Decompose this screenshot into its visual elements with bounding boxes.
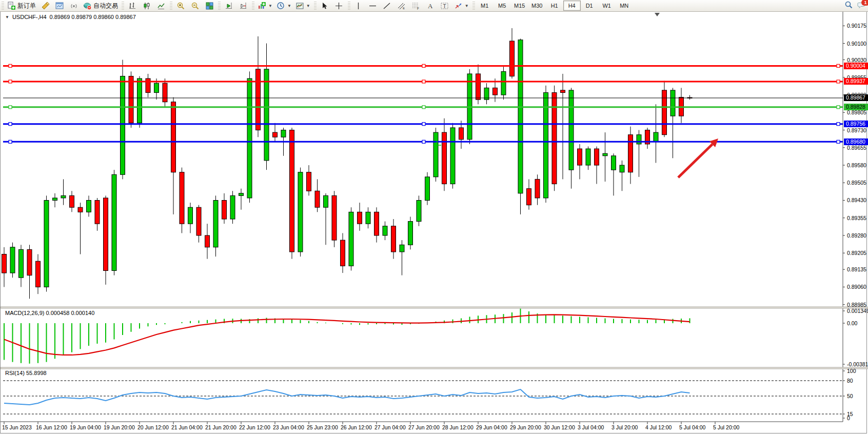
pane-separator[interactable] <box>1 307 867 308</box>
candle <box>213 200 218 247</box>
candle <box>450 128 455 184</box>
horizontal-line-button[interactable] <box>366 0 380 11</box>
signals-button[interactable] <box>67 0 81 11</box>
timeframe-m5[interactable]: M5 <box>494 1 511 11</box>
label-button[interactable]: T <box>438 0 452 11</box>
chart-shift-marker[interactable] <box>655 13 660 16</box>
line-handle[interactable] <box>422 106 425 109</box>
rsi-line <box>4 389 690 405</box>
chevron-down-icon[interactable]: ▼ <box>268 4 272 8</box>
candle <box>230 195 235 219</box>
candle <box>535 179 540 198</box>
timeframe-m1[interactable]: M1 <box>476 1 494 11</box>
candlestick-button[interactable] <box>140 0 154 11</box>
date-label: 27 Jun 04:00 <box>374 424 406 430</box>
price-tick: 0.89355 <box>847 215 866 221</box>
timeframe-m15[interactable]: M15 <box>511 1 528 11</box>
candle <box>654 132 658 142</box>
svg-text:T: T <box>443 3 446 9</box>
text-button[interactable]: A <box>423 0 438 11</box>
pane-separator[interactable] <box>1 367 867 369</box>
toolbar-group: 新订单自动交易 <box>0 0 120 11</box>
chart-ohlc-quotes: 0.89869 0.89879 0.89860 0.89867 <box>50 14 136 20</box>
line-handle[interactable] <box>9 123 12 126</box>
date-label: 21 Jun 04:00 <box>171 424 203 430</box>
timeframe-h1[interactable]: H1 <box>546 1 563 11</box>
text-icon: A <box>426 2 435 10</box>
autotrading-button[interactable]: 自动交易 <box>81 0 120 11</box>
cursor-button[interactable] <box>318 0 332 11</box>
date-label: 19 Jun 04:00 <box>70 424 101 430</box>
chevron-down-icon[interactable]: ▼ <box>306 4 310 8</box>
date-label: 5 Jul 04:00 <box>679 424 705 430</box>
chevron-down-icon[interactable]: ▼ <box>5 15 9 19</box>
open-charts-button[interactable] <box>52 0 67 11</box>
indicators-button[interactable]: ▼ <box>255 0 274 11</box>
fibonacci-button[interactable]: F <box>409 0 423 11</box>
candle <box>493 88 498 95</box>
line-chart-button[interactable] <box>154 0 168 11</box>
line-handle[interactable] <box>422 123 425 126</box>
trend-arrow[interactable] <box>678 144 713 177</box>
vertical-line-button[interactable] <box>351 0 366 11</box>
arrows-button[interactable]: ▼ <box>452 0 471 11</box>
search-button[interactable] <box>844 1 853 11</box>
price-tick: 0.89580 <box>847 162 866 168</box>
rsi-tick: 0 <box>847 415 850 421</box>
candle <box>10 247 15 273</box>
templates-button[interactable]: ▼ <box>293 0 312 11</box>
line-handle[interactable] <box>837 140 840 143</box>
signals-icon <box>70 2 78 10</box>
line-handle[interactable] <box>9 106 12 109</box>
line-handle[interactable] <box>9 80 12 83</box>
line-handle[interactable] <box>9 140 12 143</box>
timeframe-d1[interactable]: D1 <box>581 1 598 11</box>
styler-icon <box>41 2 50 10</box>
price-badge: 0.89756 <box>844 121 868 127</box>
fibonacci-icon: F <box>411 2 420 10</box>
bar-chart-button[interactable] <box>125 0 140 11</box>
chevron-down-icon[interactable]: ▼ <box>465 4 469 8</box>
tile-windows-button[interactable] <box>202 0 216 11</box>
line-handle[interactable] <box>837 64 840 67</box>
styler-button[interactable] <box>38 0 52 11</box>
candle <box>561 90 565 93</box>
zoom-out-button[interactable] <box>188 0 202 11</box>
line-handle[interactable] <box>9 64 12 67</box>
zoom-in-button[interactable] <box>173 0 188 11</box>
line-handle[interactable] <box>837 123 840 126</box>
chart-canvas[interactable] <box>0 0 868 434</box>
chevron-down-icon[interactable]: ▼ <box>287 4 291 8</box>
timeframe-w1[interactable]: W1 <box>598 1 616 11</box>
equidistant-channel-button[interactable]: E <box>394 0 409 11</box>
timeframe-toolbar: M1M5M15M30H1H4D1W1MN <box>471 0 633 11</box>
candle <box>27 249 32 275</box>
candle <box>273 132 278 137</box>
line-handle[interactable] <box>422 64 425 67</box>
candle <box>19 249 24 278</box>
line-handle[interactable] <box>422 80 425 83</box>
candle <box>264 69 269 161</box>
candle <box>256 69 261 130</box>
trendline-button[interactable] <box>380 0 394 11</box>
price-tick: 0.88985 <box>847 302 866 308</box>
chart-symbol-title: USDCHF-,H4 <box>12 14 47 20</box>
chart-shift-button[interactable] <box>236 0 250 11</box>
line-handle[interactable] <box>422 140 425 143</box>
auto-scroll-button[interactable] <box>222 0 236 11</box>
line-handle[interactable] <box>837 106 840 109</box>
crosshair-button[interactable] <box>332 0 346 11</box>
date-label: 20 Jun 12:00 <box>137 424 169 430</box>
date-label: 27 Jun 20:00 <box>408 424 440 430</box>
timeframe-m30[interactable]: M30 <box>528 1 546 11</box>
candle <box>586 149 590 165</box>
timeframe-mn[interactable]: MN <box>616 1 633 11</box>
line-handle[interactable] <box>837 80 840 83</box>
timeframe-h4[interactable]: H4 <box>563 1 581 11</box>
candle <box>662 90 667 135</box>
new-order-button[interactable]: 新订单 <box>5 0 38 11</box>
periods-button[interactable]: ▼ <box>274 0 293 11</box>
new-order-icon <box>7 2 16 10</box>
price-badge: 0.89680 <box>844 139 868 145</box>
chat-button[interactable]: 1 <box>857 1 866 11</box>
